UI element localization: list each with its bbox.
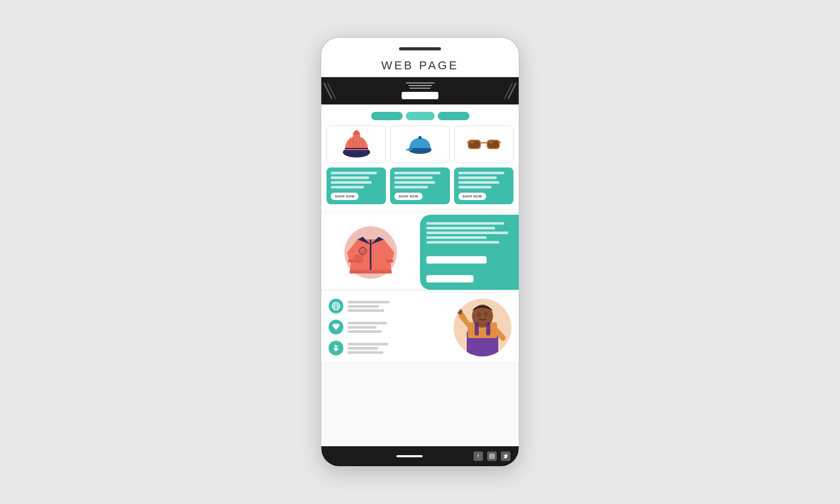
featured-btn-1[interactable]: [426, 256, 487, 264]
featured-text-5: [426, 241, 499, 244]
featured-section: [321, 215, 519, 290]
header: WEB PAGE: [321, 52, 519, 77]
featured-text-4: [426, 236, 487, 239]
beanie-line-3: [331, 181, 372, 184]
person-illustration: [454, 299, 511, 356]
svg-line-3: [505, 83, 512, 99]
featured-btn-2[interactable]: [426, 275, 474, 282]
svg-point-46: [493, 455, 494, 455]
svg-point-23: [489, 141, 493, 143]
navbar-search-bar[interactable]: [402, 92, 438, 99]
global-text-2: [348, 305, 379, 308]
products-section: SHOP NOW SHOP NOW: [321, 104, 519, 209]
svg-point-22: [470, 141, 474, 143]
svg-point-39: [477, 312, 481, 317]
recycle-text-1: [348, 343, 388, 345]
cap-text-lines: [394, 172, 445, 188]
instagram-icon[interactable]: [487, 452, 497, 461]
svg-point-45: [491, 455, 493, 457]
nav-line-2: [408, 85, 432, 86]
product-info-sunglasses: SHOP NOW: [454, 167, 513, 204]
heart-text-lines: [348, 322, 387, 333]
twitter-svg: [503, 454, 509, 459]
cap-line-2: [394, 176, 433, 179]
svg-rect-28: [348, 259, 355, 262]
svg-rect-42: [486, 322, 490, 335]
svg-line-20: [467, 142, 468, 143]
facebook-icon[interactable]: f: [474, 452, 483, 461]
svg-line-21: [500, 142, 501, 143]
svg-line-1: [328, 83, 335, 99]
sunglasses-text-lines: [458, 172, 509, 188]
recycle-text-3: [348, 351, 383, 354]
beanie-icon: [341, 130, 372, 159]
footer-feature-recycle: [329, 341, 447, 355]
svg-line-2: [508, 83, 516, 99]
product-card-cap[interactable]: [390, 125, 449, 163]
social-icons: f: [474, 452, 510, 461]
phone-top-bar: [321, 38, 519, 52]
recycle-text-lines: [348, 343, 388, 354]
product-image-beanie: [327, 126, 385, 163]
jacket-area: [321, 215, 420, 290]
jacket-icon: [344, 224, 397, 281]
beanie-text-lines: [331, 172, 382, 188]
product-image-cap: [391, 126, 449, 163]
global-text-3: [348, 309, 384, 312]
main-content: SHOP NOW SHOP NOW: [321, 104, 519, 446]
person-svg: [456, 301, 509, 356]
featured-text-2: [426, 227, 495, 229]
sunglasses-line-2: [458, 176, 497, 179]
phone-frame: WEB PAGE: [320, 37, 520, 467]
sunglasses-line-4: [458, 186, 491, 188]
svg-point-14: [418, 136, 422, 139]
product-card-beanie[interactable]: [327, 125, 386, 163]
product-image-sunglasses: [455, 126, 513, 163]
category-pill-2[interactable]: [406, 112, 435, 120]
product-categories: [327, 112, 513, 120]
sunglasses-icon: [467, 135, 501, 154]
shop-now-cap-button[interactable]: SHOP NOW: [394, 193, 422, 200]
heart-text-3: [348, 330, 382, 333]
recycle-text-2: [348, 347, 378, 350]
product-image-grid: [327, 125, 513, 163]
navbar-hamburger[interactable]: [406, 82, 435, 89]
cap-line-4: [394, 186, 427, 188]
product-info-grid: SHOP NOW SHOP NOW: [327, 167, 513, 204]
footer-feature-heart: [329, 320, 447, 334]
svg-rect-41: [475, 322, 479, 335]
product-card-sunglasses[interactable]: [454, 125, 513, 163]
featured-text-block: [426, 222, 512, 244]
beanie-line-1: [331, 172, 377, 174]
cap-line-3: [394, 181, 435, 184]
footer-section: [321, 290, 519, 362]
heart-text-1: [348, 322, 387, 324]
bottom-bar: f: [321, 446, 519, 466]
nav-line-1: [406, 82, 435, 83]
product-info-cap: SHOP NOW: [390, 167, 449, 204]
navbar: [321, 77, 519, 104]
twitter-icon[interactable]: [501, 452, 510, 461]
global-text-1: [348, 301, 390, 303]
category-pill-1[interactable]: [371, 112, 403, 120]
svg-point-40: [484, 312, 488, 317]
shop-now-sunglasses-button[interactable]: SHOP NOW: [458, 193, 486, 200]
page-title: WEB PAGE: [321, 59, 519, 72]
featured-text-3: [426, 232, 508, 234]
sunglasses-line-3: [458, 181, 499, 184]
svg-rect-29: [386, 259, 393, 262]
recycle-icon: [329, 341, 343, 355]
shop-now-beanie-button[interactable]: SHOP NOW: [331, 193, 359, 200]
beanie-line-4: [331, 186, 364, 188]
featured-info: [420, 215, 519, 290]
heart-icon: [329, 320, 343, 334]
svg-line-0: [324, 83, 332, 99]
category-pill-3[interactable]: [438, 112, 469, 120]
footer-features-list: [329, 299, 447, 356]
svg-point-7: [354, 130, 359, 135]
sunglasses-line-1: [458, 172, 505, 174]
home-indicator: [396, 455, 423, 457]
heart-text-2: [348, 326, 376, 329]
navbar-diagonal-left: [321, 77, 337, 104]
footer-feature-global: [329, 299, 447, 313]
